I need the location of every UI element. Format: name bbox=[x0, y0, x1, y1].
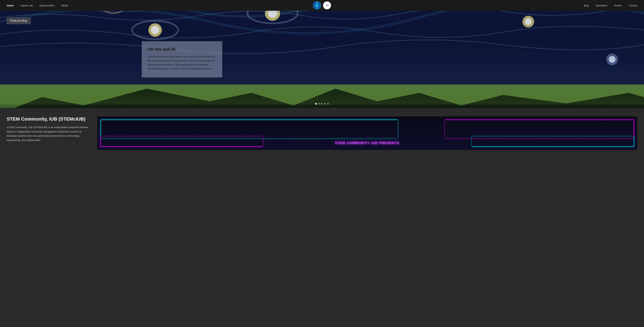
blog-card-text: Unless you've been living under a rock, … bbox=[148, 55, 216, 71]
navbar: HomeImpact LabOpportunitiesMedia πΣCπ IU… bbox=[0, 0, 644, 11]
carousel-dot-1[interactable] bbox=[315, 103, 317, 105]
nav-link-impact-lab[interactable]: Impact Lab bbox=[20, 4, 33, 7]
logo-stem-text: πΣCπ bbox=[316, 2, 318, 9]
stem-community-title: STEM Community, IUB (STEMcIUB) bbox=[7, 116, 90, 122]
carousel-dot-3[interactable] bbox=[321, 103, 323, 105]
nav-link-home[interactable]: Home bbox=[7, 4, 14, 7]
stem-image-block: STEM COMMUNITY IUB PRESENTS bbox=[97, 116, 637, 150]
neon-line-topleft bbox=[100, 120, 398, 138]
carousel-dots bbox=[315, 103, 329, 105]
hero-art bbox=[0, 11, 644, 108]
nav-link-events[interactable]: Events bbox=[614, 4, 622, 7]
svg-point-26 bbox=[606, 54, 618, 65]
neon-presents-text: STEM COMMUNITY IUB PRESENTS bbox=[97, 141, 637, 145]
nav-center-logos: πΣCπ IUB bbox=[313, 1, 331, 10]
logo-iub[interactable]: IUB bbox=[323, 1, 331, 10]
nav-link-newsletter[interactable]: Newsletter bbox=[596, 4, 608, 7]
nav-link-opportunities[interactable]: Opportunities bbox=[40, 4, 54, 7]
below-hero-section: STEM Community, IUB (STEMcIUB) STEM Comm… bbox=[0, 108, 644, 158]
nav-left: HomeImpact LabOpportunitiesMedia bbox=[7, 4, 68, 7]
nav-link-blog[interactable]: Blog bbox=[584, 4, 589, 7]
logo-stem[interactable]: πΣCπ bbox=[313, 1, 321, 10]
blog-card-title: On Art and AI bbox=[148, 46, 216, 52]
carousel-dot-2[interactable] bbox=[318, 103, 320, 105]
featured-blog-badge[interactable]: Featured Blog bbox=[7, 18, 31, 24]
carousel-dot-5[interactable] bbox=[327, 103, 329, 105]
hero-section: Featured Blog On Art and AI Unless you'v… bbox=[0, 11, 644, 108]
logo-iub-text: IUB bbox=[326, 4, 328, 6]
svg-point-24 bbox=[525, 18, 532, 25]
stem-community-description: STEM Community, IUB (STEMcIUB) is an ind… bbox=[7, 125, 90, 142]
blog-card[interactable]: On Art and AI Unless you've been living … bbox=[142, 41, 222, 78]
neon-line-topright bbox=[445, 120, 634, 138]
carousel-dot-4[interactable] bbox=[324, 103, 326, 105]
nav-link-media[interactable]: Media bbox=[61, 4, 68, 7]
svg-point-16 bbox=[151, 26, 159, 34]
nav-link-contact[interactable]: Contact bbox=[628, 4, 637, 7]
stem-text-block: STEM Community, IUB (STEMcIUB) STEM Comm… bbox=[7, 116, 90, 142]
nav-right: BlogNewsletterEventsContact bbox=[584, 4, 637, 7]
